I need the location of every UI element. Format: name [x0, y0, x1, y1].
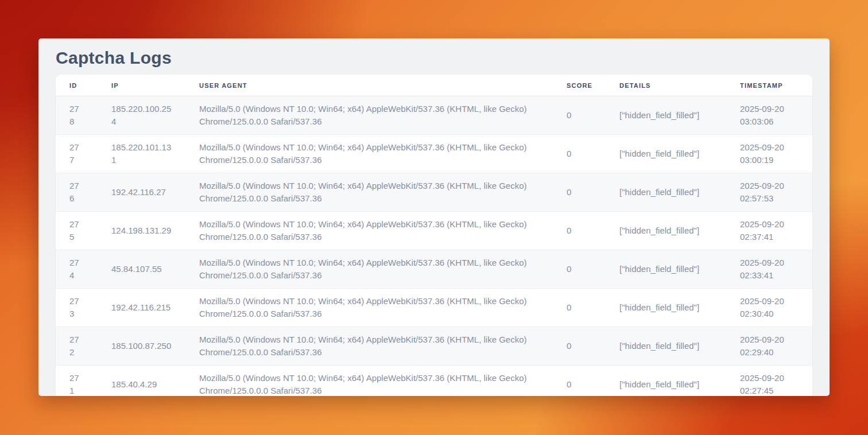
column-header-score: SCORE: [553, 75, 606, 96]
cell-ip: 185.220.100.254: [98, 96, 185, 135]
column-header-user_agent: USER AGENT: [185, 75, 553, 96]
cell-details: ["hidden_field_filled"]: [606, 250, 726, 289]
cell-score: 0: [553, 212, 606, 250]
column-header-ip: IP: [98, 75, 185, 96]
cell-score: 0: [553, 173, 606, 212]
cell-timestamp: 2025-09-20 02:27:45: [726, 366, 812, 397]
cell-ip: 185.220.101.131: [98, 135, 185, 173]
table-row: 278185.220.100.254Mozilla/5.0 (Windows N…: [56, 96, 812, 135]
cell-id: 273: [56, 289, 98, 327]
cell-score: 0: [553, 96, 606, 135]
cell-ip: 45.84.107.55: [98, 250, 185, 289]
cell-user_agent: Mozilla/5.0 (Windows NT 10.0; Win64; x64…: [185, 366, 553, 397]
cell-user_agent: Mozilla/5.0 (Windows NT 10.0; Win64; x64…: [185, 212, 553, 250]
table-header-row: IDIPUSER AGENTSCOREDETAILSTIMESTAMP: [56, 75, 812, 96]
cell-timestamp: 2025-09-20 02:57:53: [726, 173, 812, 212]
cell-user_agent: Mozilla/5.0 (Windows NT 10.0; Win64; x64…: [185, 173, 553, 212]
cell-ip: 124.198.131.29: [98, 212, 185, 250]
cell-details: ["hidden_field_filled"]: [606, 212, 726, 250]
cell-score: 0: [553, 327, 606, 366]
column-header-details: DETAILS: [606, 75, 726, 96]
cell-ip: 192.42.116.27: [98, 173, 185, 212]
cell-score: 0: [553, 250, 606, 289]
logs-table: IDIPUSER AGENTSCOREDETAILSTIMESTAMP 2781…: [56, 75, 812, 396]
cell-timestamp: 2025-09-20 02:37:41: [726, 212, 812, 250]
table-row: 276192.42.116.27Mozilla/5.0 (Windows NT …: [56, 173, 812, 212]
cell-user_agent: Mozilla/5.0 (Windows NT 10.0; Win64; x64…: [185, 96, 553, 135]
cell-timestamp: 2025-09-20 02:29:40: [726, 327, 812, 366]
cell-user_agent: Mozilla/5.0 (Windows NT 10.0; Win64; x64…: [185, 250, 553, 289]
table-header: IDIPUSER AGENTSCOREDETAILSTIMESTAMP: [56, 75, 812, 96]
cell-id: 278: [56, 96, 98, 135]
cell-score: 0: [553, 135, 606, 173]
cell-details: ["hidden_field_filled"]: [606, 135, 726, 173]
cell-details: ["hidden_field_filled"]: [606, 366, 726, 397]
cell-id: 277: [56, 135, 98, 173]
table-row: 271185.40.4.29Mozilla/5.0 (Windows NT 10…: [56, 366, 812, 397]
cell-details: ["hidden_field_filled"]: [606, 96, 726, 135]
cell-timestamp: 2025-09-20 03:00:19: [726, 135, 812, 173]
column-header-timestamp: TIMESTAMP: [726, 75, 812, 96]
cell-score: 0: [553, 289, 606, 327]
cell-details: ["hidden_field_filled"]: [606, 327, 726, 366]
captcha-logs-card: Captcha Logs IDIPUSER AGENTSCOREDETAILST…: [38, 38, 830, 396]
cell-user_agent: Mozilla/5.0 (Windows NT 10.0; Win64; x64…: [185, 327, 553, 366]
cell-id: 272: [56, 327, 98, 366]
table-row: 27445.84.107.55Mozilla/5.0 (Windows NT 1…: [56, 250, 812, 289]
table-row: 277185.220.101.131Mozilla/5.0 (Windows N…: [56, 135, 812, 173]
cell-id: 275: [56, 212, 98, 250]
table-row: 275124.198.131.29Mozilla/5.0 (Windows NT…: [56, 212, 812, 250]
cell-user_agent: Mozilla/5.0 (Windows NT 10.0; Win64; x64…: [185, 289, 553, 327]
cell-ip: 185.100.87.250: [98, 327, 185, 366]
cell-ip: 192.42.116.215: [98, 289, 185, 327]
cell-timestamp: 2025-09-20 03:03:06: [726, 96, 812, 135]
cell-user_agent: Mozilla/5.0 (Windows NT 10.0; Win64; x64…: [185, 135, 553, 173]
cell-details: ["hidden_field_filled"]: [606, 173, 726, 212]
page-title: Captcha Logs: [56, 46, 830, 70]
column-header-id: ID: [56, 75, 98, 96]
cell-id: 276: [56, 173, 98, 212]
logs-table-container: IDIPUSER AGENTSCOREDETAILSTIMESTAMP 2781…: [56, 75, 812, 396]
cell-id: 271: [56, 366, 98, 397]
cell-timestamp: 2025-09-20 02:30:40: [726, 289, 812, 327]
table-row: 272185.100.87.250Mozilla/5.0 (Windows NT…: [56, 327, 812, 366]
cell-details: ["hidden_field_filled"]: [606, 289, 726, 327]
cell-timestamp: 2025-09-20 02:33:41: [726, 250, 812, 289]
table-row: 273192.42.116.215Mozilla/5.0 (Windows NT…: [56, 289, 812, 327]
cell-ip: 185.40.4.29: [98, 366, 185, 397]
cell-id: 274: [56, 250, 98, 289]
cell-score: 0: [553, 366, 606, 397]
table-body: 278185.220.100.254Mozilla/5.0 (Windows N…: [56, 96, 812, 397]
